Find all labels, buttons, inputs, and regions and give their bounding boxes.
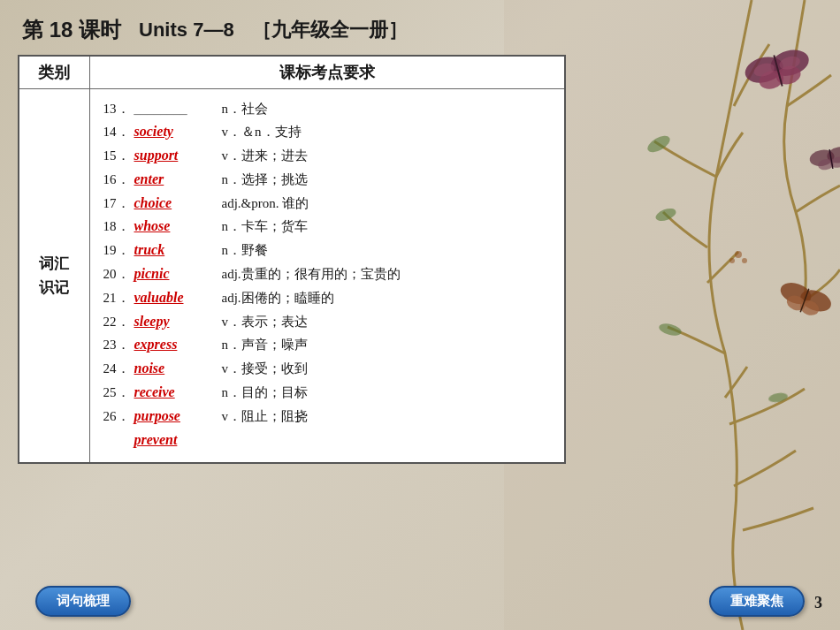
grade-label: ［九年级全一册］	[252, 17, 408, 43]
list-item: 16． enter n．选择；挑选	[103, 169, 552, 191]
col2-header: 课标考点要求	[89, 56, 565, 89]
list-item: prevent	[103, 429, 552, 452]
category-cell: 词汇识记	[19, 89, 89, 464]
list-item: 19． truck n．野餐	[103, 239, 552, 262]
list-item: 24． noise v．接受；收到	[103, 358, 552, 380]
list-item: 14． society v．＆n．支持	[103, 121, 552, 143]
table-row: 词汇识记 13． ________ n．社会 14． society v．＆n．…	[19, 89, 565, 464]
col1-header: 类别	[19, 56, 89, 89]
page-header: 第 18 课时 Units 7—8 ［九年级全一册］	[13, 9, 827, 55]
units-label: Units 7—8	[139, 19, 234, 42]
page-number: 3	[814, 594, 822, 612]
list-item: 20． picnic adj.贵重的；很有用的；宝贵的	[103, 263, 552, 285]
list-item: 23． express n．声音；噪声	[103, 334, 552, 356]
vocab-table: 类别 课标考点要求 词汇识记 13． ________ n．社会 14．	[18, 55, 566, 464]
lesson-number: 第 18 课时	[22, 16, 121, 44]
vocab-content-cell: 13． ________ n．社会 14． society v．＆n．支持 15…	[89, 89, 565, 464]
list-item: 21． valuable adj.困倦的；瞌睡的	[103, 287, 552, 309]
list-item: 25． receive n．目的；目标	[103, 382, 552, 404]
list-item: 26． purpose v．阻止；阻挠	[103, 406, 552, 428]
ciyujuli-button[interactable]: 词句梳理	[35, 586, 131, 617]
list-item: 18． whose n．卡车；货车	[103, 216, 552, 238]
list-item: 17． choice adj.&pron. 谁的	[103, 193, 552, 215]
list-item: 15． support v．进来；进去	[103, 145, 552, 167]
vocab-list: 13． ________ n．社会 14． society v．＆n．支持 15…	[99, 95, 556, 457]
list-item: 22． sleepy v．表示；表达	[103, 311, 552, 333]
list-item: 13． ________ n．社会	[103, 99, 552, 119]
bottom-toolbar: 词句梳理 重难聚焦	[0, 586, 840, 617]
zhongnan-button[interactable]: 重难聚焦	[709, 586, 805, 617]
